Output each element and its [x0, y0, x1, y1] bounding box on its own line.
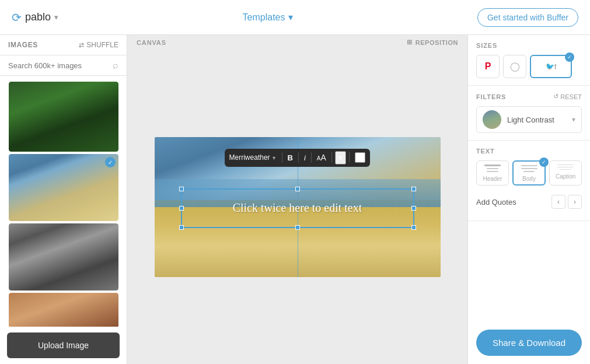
share-download-button[interactable]: Share & Download	[476, 330, 582, 356]
twitter-facebook-size-button[interactable]: ✓ 🐦 f	[530, 55, 572, 78]
shuffle-icon: ⇄	[79, 41, 84, 49]
instagram-size-button[interactable]: ◯	[503, 55, 526, 78]
filters-reset-button[interactable]: ↺ RESET	[553, 93, 582, 100]
filter-preview-thumbnail	[483, 110, 501, 129]
canvas-toolbar: CANVAS ⊞ REPOSITION	[127, 35, 467, 50]
templates-button[interactable]: Templates ▾	[243, 12, 294, 23]
toolbar-separator	[349, 152, 350, 163]
filter-name-label: Light Contrast	[507, 116, 566, 124]
header: ⟳ pablo ▾ Templates ▾ Get started with B…	[0, 0, 590, 35]
image-thumb-smoke[interactable]	[9, 223, 118, 290]
font-dropdown-icon[interactable]: ▾	[273, 155, 275, 161]
toolbar-separator	[298, 152, 299, 163]
text-line	[557, 167, 574, 167]
sizes-section-title: SIZES	[476, 42, 582, 49]
images-section-label: IMAGES	[8, 41, 38, 49]
caption-text-option[interactable]: Caption	[549, 160, 582, 186]
main-layout: IMAGES ⇄ SHUFFLE ⌕ ✓	[0, 35, 590, 364]
text-section: TEXT Header ✓	[468, 141, 590, 221]
body-option-label: Body	[522, 176, 536, 182]
caption-text-preview	[557, 164, 574, 170]
font-name-label: Merriweather	[229, 153, 273, 162]
images-grid: ✓	[0, 76, 127, 327]
filter-selector-dropdown[interactable]: Light Contrast ▾	[476, 106, 582, 133]
caption-option-label: Caption	[556, 173, 575, 180]
quotes-prev-button[interactable]: ‹	[551, 195, 565, 209]
search-icon[interactable]: ⌕	[113, 60, 118, 71]
reset-label: RESET	[560, 93, 582, 100]
text-selection-box[interactable]: Click twice here to edit text	[181, 188, 414, 228]
list-item[interactable]: ✓	[9, 154, 118, 221]
text-section-title: TEXT	[476, 148, 582, 155]
filters-section: FILTERS ↺ RESET Light Contrast ▾	[468, 86, 590, 141]
sizes-row: P ◯ ✓ 🐦 f	[476, 55, 582, 78]
get-started-label: Get started with Buffer	[487, 13, 568, 22]
resize-handle-bm[interactable]	[295, 225, 300, 230]
text-line	[484, 164, 501, 166]
color-picker-button[interactable]	[355, 152, 365, 163]
quotes-next-button[interactable]: ›	[568, 195, 582, 209]
text-line	[487, 168, 498, 169]
canvas-background[interactable]: Merriweather ▾ B i AA ≡	[155, 137, 441, 277]
logo[interactable]: ⟳ pablo ▾	[12, 10, 58, 24]
italic-button[interactable]: i	[302, 153, 308, 163]
search-input[interactable]	[8, 61, 113, 70]
logo-dropdown-icon[interactable]: ▾	[54, 13, 58, 22]
body-selected-check: ✓	[539, 158, 549, 167]
resize-handle-bl[interactable]	[179, 225, 184, 230]
resize-handle-tm[interactable]	[295, 187, 300, 191]
body-text-option[interactable]: ✓ Body	[512, 160, 546, 186]
toolbar-separator	[282, 152, 282, 163]
list-item[interactable]	[9, 82, 118, 152]
toolbar-separator	[331, 152, 332, 163]
pinterest-size-button[interactable]: P	[476, 55, 500, 78]
canvas-edit-text[interactable]: Click twice here to edit text	[228, 197, 367, 219]
text-line	[521, 165, 537, 166]
shuffle-button[interactable]: ⇄ SHUFFLE	[79, 41, 118, 49]
align-button[interactable]: ≡	[335, 151, 347, 164]
list-item[interactable]	[9, 293, 118, 327]
text-format-toolbar: Merriweather ▾ B i AA ≡	[225, 149, 371, 167]
resize-handle-tl[interactable]	[179, 187, 184, 191]
resize-handle-tr[interactable]	[411, 187, 416, 191]
header-option-label: Header	[483, 176, 502, 182]
image-thumb-beach[interactable]	[9, 154, 118, 221]
list-item[interactable]	[9, 223, 118, 290]
reset-icon: ↺	[553, 93, 558, 100]
header-text-option[interactable]: Header	[476, 160, 509, 186]
body-text-preview	[521, 165, 537, 172]
resize-handle-ml[interactable]	[179, 206, 184, 211]
text-line	[521, 168, 537, 169]
quotes-navigation: ‹ ›	[551, 195, 582, 209]
font-size-control[interactable]: AA	[315, 153, 329, 162]
size-selected-check: ✓	[565, 52, 574, 62]
reposition-button[interactable]: ⊞ REPOSITION	[407, 38, 458, 46]
sizes-section: SIZES P ◯ ✓ 🐦 f	[468, 35, 590, 86]
reposition-label: REPOSITION	[416, 39, 458, 46]
upload-image-button[interactable]: Upload Image	[7, 332, 120, 358]
filter-dropdown-icon: ▾	[572, 116, 575, 124]
bold-button[interactable]: B	[285, 153, 295, 163]
add-quotes-label: Add Quotes	[476, 198, 516, 206]
resize-handle-mr[interactable]	[411, 206, 416, 211]
image-thumb-fern[interactable]	[9, 82, 118, 152]
upload-label: Upload Image	[38, 341, 89, 350]
filters-header: FILTERS ↺ RESET	[476, 93, 582, 100]
search-bar: ⌕	[0, 55, 127, 76]
canvas-area: CANVAS ⊞ REPOSITION Merriweather ▾ B	[127, 35, 467, 364]
reposition-icon: ⊞	[407, 38, 413, 46]
canvas-image-container[interactable]: Merriweather ▾ B i AA ≡	[155, 137, 441, 277]
text-line	[560, 169, 571, 170]
right-panel: SIZES P ◯ ✓ 🐦 f FILTERS ↺	[467, 35, 590, 364]
get-started-button[interactable]: Get started with Buffer	[477, 8, 578, 27]
templates-chevron-icon: ▾	[288, 12, 293, 23]
facebook-icon: f	[554, 62, 557, 71]
toolbar-separator	[311, 152, 312, 163]
pablo-logo-icon: ⟳	[12, 10, 22, 24]
text-line	[523, 171, 535, 172]
resize-handle-br[interactable]	[411, 225, 416, 230]
canvas-label: CANVAS	[137, 39, 166, 46]
logo-text: pablo	[25, 11, 51, 23]
image-thumb-partial[interactable]	[9, 293, 118, 327]
left-panel: IMAGES ⇄ SHUFFLE ⌕ ✓	[0, 35, 127, 364]
